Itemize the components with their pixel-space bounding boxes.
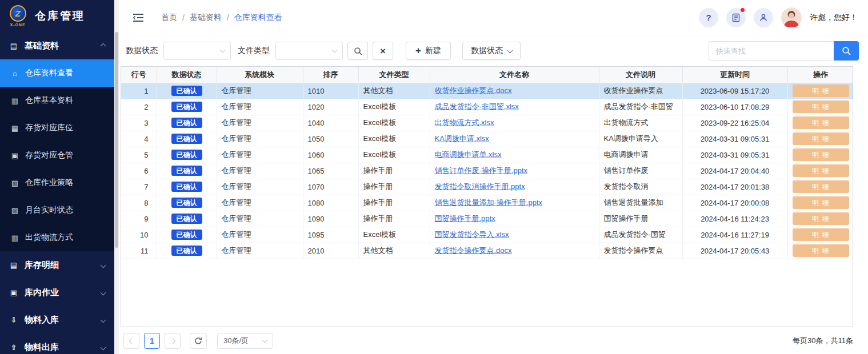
chevron-right-icon <box>170 338 175 344</box>
new-button[interactable]: + 新建 <box>406 42 451 60</box>
page-size-select[interactable]: 30条/页 <box>217 333 273 349</box>
file-name-cell: 国贸发货指令导入.xlsx <box>430 227 599 243</box>
user-switch-button[interactable] <box>754 8 773 27</box>
file-link[interactable]: 国贸操作手册.pptx <box>435 214 495 223</box>
sidebar-item-stock-keeper[interactable]: ▣存货对应仓管 <box>0 142 114 169</box>
sidebar-section-in-warehouse-ops[interactable]: ▣库内作业 <box>0 279 114 306</box>
module-cell: 仓库管理 <box>217 147 303 163</box>
column-header[interactable]: 操作 <box>787 67 853 83</box>
detail-button[interactable]: 明 细 <box>793 164 850 177</box>
breadcrumb-item[interactable]: 首页 <box>161 13 177 23</box>
file-link[interactable]: 销售订单作废-操作手册.pptx <box>435 166 528 175</box>
column-header[interactable]: 更新时间 <box>682 67 787 83</box>
file-link[interactable]: 出货物流方式.xlsx <box>435 118 494 127</box>
file-link[interactable]: KA调拨申请.xlsx <box>435 134 489 143</box>
table-row[interactable]: 10已确认仓库管理1095Excel模板国贸发货指令导入.xlsx成品发货指令-… <box>121 227 853 243</box>
file-link[interactable]: 收货作业操作要点.docx <box>435 86 512 95</box>
scrollbar-thumb[interactable] <box>115 32 118 248</box>
breadcrumb-item[interactable]: 基础资料 <box>190 13 222 23</box>
quick-search-button[interactable] <box>834 41 859 61</box>
file-link[interactable]: 国贸发货指令导入.xlsx <box>435 230 509 239</box>
detail-button[interactable]: 明 细 <box>793 180 850 193</box>
sidebar-item-warehouse-data-view[interactable]: ⌂仓库资料查看 <box>0 59 114 87</box>
column-header[interactable]: 文件类型 <box>358 67 430 83</box>
next-page-button[interactable] <box>165 333 181 349</box>
column-header[interactable]: 数据状态 <box>157 67 217 83</box>
table-row[interactable]: 5已确认仓库管理1060Excel模板电商调拨申请单.xlsx电商调拨申请202… <box>121 147 853 163</box>
detail-button[interactable]: 明 细 <box>793 132 850 145</box>
update-time-cell: 2023-06-10 17:08:29 <box>682 99 787 115</box>
sidebar-item-warehouse-strategy[interactable]: ▧仓库作业策略 <box>0 169 114 196</box>
sidebar-collapse-icon[interactable] <box>131 11 145 25</box>
page-button-1[interactable]: 1 <box>144 333 160 349</box>
table-row[interactable]: 4已确认仓库管理1050Excel模板KA调拨申请.xlsxKA调拨申请导入20… <box>121 131 853 147</box>
action-cell: 明 细 <box>787 115 853 131</box>
clear-button[interactable]: × <box>373 42 393 60</box>
column-header[interactable]: 行号 <box>121 67 157 83</box>
sidebar-item-shipping-logistics[interactable]: ▥出货物流方式 <box>0 224 114 251</box>
status-dropdown-label: 数据状态 <box>471 46 503 56</box>
data-status-dropdown-button[interactable]: 数据状态 <box>462 42 521 60</box>
sidebar-item-label: 出货物流方式 <box>25 232 73 243</box>
file-type-cell: Excel模板 <box>358 227 430 243</box>
update-time-cell: 2024-04-17 20:04:40 <box>682 163 787 179</box>
status-cell: 已确认 <box>157 131 217 147</box>
file-type-select[interactable] <box>275 42 343 60</box>
detail-button[interactable]: 明 细 <box>793 85 850 97</box>
sidebar-item-stock-location[interactable]: ▦存货对应库位 <box>0 114 114 142</box>
sidebar-section-material-inbound[interactable]: ⇩物料入库 <box>0 306 114 333</box>
table-row[interactable]: 6已确认仓库管理1065操作手册销售订单作废-操作手册.pptx销售订单作废20… <box>121 163 853 179</box>
table-row[interactable]: 7已确认仓库管理1070操作手册发货指令取消操作手册.pptx发货指令取消202… <box>121 179 853 195</box>
status-cell: 已确认 <box>157 99 217 115</box>
module-cell: 仓库管理 <box>217 179 303 195</box>
avatar[interactable] <box>781 7 802 28</box>
search-button[interactable] <box>347 42 368 60</box>
sidebar-scrollbar[interactable] <box>114 0 119 354</box>
column-header[interactable]: 系统模块 <box>217 67 303 83</box>
column-header[interactable]: 文件名称 <box>430 67 599 83</box>
refresh-button[interactable] <box>190 333 207 349</box>
table-header-row: 行号数据状态系统模块排序文件类型文件名称文件说明更新时间操作 <box>121 67 853 83</box>
table-row[interactable]: 3已确认仓库管理1040Excel模板出货物流方式.xlsx出货物流方式2023… <box>121 115 853 131</box>
detail-button[interactable]: 明 细 <box>793 212 850 225</box>
file-type-cell: Excel模板 <box>358 115 430 131</box>
table-row[interactable]: 8已确认仓库管理1080操作手册销售退货批量添加-操作手册.pptx销售退货批量… <box>121 195 853 211</box>
row-number-cell: 2 <box>121 99 157 115</box>
file-link[interactable]: 电商调拨申请单.xlsx <box>435 150 502 159</box>
status-badge: 已确认 <box>171 86 202 96</box>
help-button[interactable]: ? <box>699 8 718 27</box>
status-badge: 已确认 <box>171 198 202 208</box>
row-number-cell: 11 <box>121 243 157 259</box>
detail-button[interactable]: 明 细 <box>793 100 850 113</box>
sidebar-section-inventory-detail[interactable]: ▤库存明细 <box>0 251 114 279</box>
sidebar-item-label: 仓库基本资料 <box>25 95 73 106</box>
table-row[interactable]: 9已确认仓库管理1090操作手册国贸操作手册.pptx国贸操作手册2024-04… <box>121 211 853 227</box>
column-header[interactable]: 排序 <box>303 67 358 83</box>
breadcrumb-item[interactable]: 仓库资料查看 <box>234 13 282 23</box>
quick-search-input[interactable] <box>709 41 834 61</box>
detail-button[interactable]: 明 细 <box>793 228 850 241</box>
file-link[interactable]: 发货指令取消操作手册.pptx <box>435 182 525 191</box>
detail-button[interactable]: 明 细 <box>793 148 850 161</box>
update-time-cell: 2024-04-17 20:01:38 <box>682 179 787 195</box>
sidebar-section-basic-data[interactable]: ▤基础资料 <box>0 32 114 59</box>
table-row[interactable]: 1已确认仓库管理1010其他文档收货作业操作要点.docx收货作业操作要点202… <box>121 83 853 99</box>
data-status-select[interactable] <box>163 42 231 60</box>
prev-page-button[interactable] <box>123 333 139 349</box>
file-link[interactable]: 发货指令操作要点.docx <box>435 246 512 255</box>
messages-button[interactable] <box>726 8 746 27</box>
module-cell: 仓库管理 <box>217 115 303 131</box>
topbar: 首页/基础资料/仓库资料查看 ? <box>119 0 868 35</box>
file-link[interactable]: 销售退货批量添加-操作手册.pptx <box>435 198 543 207</box>
sidebar-item-dock-realtime-status[interactable]: ▨月台实时状态 <box>0 196 114 224</box>
sidebar-item-warehouse-basic-info[interactable]: ▥仓库基本资料 <box>0 87 114 114</box>
table-row[interactable]: 2已确认仓库管理1020Excel模板成品发货指令-非国贸.xlsx成品发货指令… <box>121 99 853 115</box>
sidebar-section-material-outbound[interactable]: ⇧物料出库 <box>0 333 114 354</box>
detail-button[interactable]: 明 细 <box>793 116 850 129</box>
table-row[interactable]: 11已确认仓库管理2010其他文档发货指令操作要点.docx发货指令操作要点20… <box>121 243 853 259</box>
column-header[interactable]: 文件说明 <box>599 67 682 83</box>
file-name-cell: KA调拨申请.xlsx <box>430 131 599 147</box>
detail-button[interactable]: 明 细 <box>793 244 850 257</box>
file-link[interactable]: 成品发货指令-非国贸.xlsx <box>435 102 519 111</box>
detail-button[interactable]: 明 细 <box>793 196 850 209</box>
